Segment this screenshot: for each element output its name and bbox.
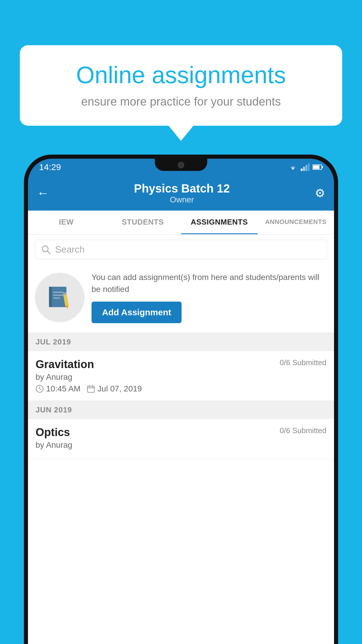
screen-content: Search [28, 235, 334, 644]
settings-button[interactable]: ⚙ [315, 186, 325, 200]
back-button[interactable]: ← [37, 186, 49, 200]
speech-bubble-title: Online assignments [39, 61, 323, 89]
calendar-icon [87, 385, 95, 393]
tab-students[interactable]: STUDENTS [105, 211, 181, 234]
svg-rect-13 [53, 298, 60, 299]
clock-icon [36, 385, 44, 393]
header-subtitle: Owner [134, 195, 230, 204]
phone-notch [155, 159, 207, 171]
section-header-jul: JUL 2019 [28, 333, 334, 351]
assignment-name-optics: Optics [36, 426, 70, 439]
assignment-date-gravitation: Jul 07, 2019 [97, 384, 142, 393]
status-time: 14:29 [39, 162, 61, 172]
tabs-bar: IEW STUDENTS ASSIGNMENTS ANNOUNCEMENTS [28, 211, 334, 235]
svg-rect-11 [53, 292, 64, 293]
status-icons [288, 163, 323, 171]
tab-iew[interactable]: IEW [28, 211, 105, 234]
promo-icon-circle [35, 273, 85, 322]
assignment-submitted-optics: 0/6 Submitted [280, 426, 326, 435]
header-title: Physics Batch 12 [134, 182, 230, 195]
signal-icon [301, 163, 310, 171]
speech-bubble: Online assignments ensure more practice … [20, 45, 342, 126]
phone-inner: 14:29 [28, 159, 334, 644]
phone-camera [178, 162, 184, 168]
search-bar: Search [28, 235, 334, 265]
svg-line-8 [47, 251, 50, 254]
assignment-submitted-gravitation: 0/6 Submitted [280, 358, 326, 367]
app-header: ← Physics Batch 12 Owner ⚙ [28, 176, 334, 211]
svg-rect-3 [308, 163, 310, 171]
tab-assignments[interactable]: ASSIGNMENTS [181, 211, 258, 234]
svg-rect-5 [322, 166, 323, 168]
svg-rect-0 [301, 169, 303, 171]
promo-card: You can add assignment(s) from here and … [28, 265, 334, 333]
svg-marker-15 [65, 305, 69, 309]
assignment-meta-gravitation: 10:45 AM Jul 07, 2019 [36, 384, 326, 393]
search-placeholder: Search [55, 244, 85, 255]
wifi-icon [288, 163, 298, 171]
svg-rect-10 [49, 287, 52, 307]
speech-bubble-subtitle: ensure more practice for your students [39, 95, 323, 108]
svg-rect-1 [303, 167, 305, 171]
promo-description: You can add assignment(s) from here and … [92, 272, 327, 295]
assignment-by-gravitation: by Anurag [36, 372, 326, 382]
section-header-jun: JUN 2019 [28, 401, 334, 419]
assignment-item-gravitation[interactable]: Gravitation 0/6 Submitted by Anurag 10:4… [28, 351, 334, 401]
svg-line-19 [40, 389, 41, 390]
assignment-time-gravitation: 10:45 AM [46, 384, 80, 393]
tab-announcements[interactable]: ANNOUNCEMENTS [258, 211, 334, 234]
phone-frame: 14:29 [24, 155, 338, 644]
add-assignment-button[interactable]: Add Assignment [92, 302, 182, 323]
promo-text-area: You can add assignment(s) from here and … [92, 272, 327, 323]
search-input-wrap[interactable]: Search [35, 240, 327, 259]
battery-icon [312, 164, 323, 170]
svg-rect-6 [313, 165, 319, 169]
speech-bubble-container: Online assignments ensure more practice … [20, 45, 342, 126]
svg-rect-2 [305, 165, 307, 171]
svg-rect-20 [87, 386, 94, 392]
assignment-item-optics[interactable]: Optics 0/6 Submitted by Anurag [28, 419, 334, 459]
notebook-icon [47, 284, 73, 311]
header-center: Physics Batch 12 Owner [134, 182, 230, 204]
svg-rect-12 [53, 295, 64, 296]
assignment-name-gravitation: Gravitation [36, 358, 94, 371]
search-icon [41, 245, 51, 255]
assignment-by-optics: by Anurag [36, 440, 326, 450]
